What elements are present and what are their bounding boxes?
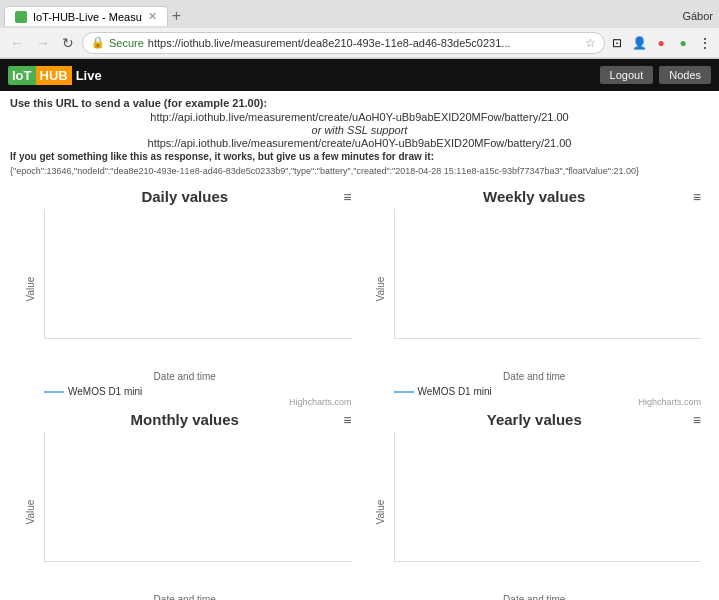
daily-chart-header: Daily values ≡ (14, 188, 356, 205)
yearly-chart-container: Yearly values ≡ Value Date and time WeMO… (360, 407, 710, 600)
url2-display: https://api.iothub.live/measurement/crea… (10, 137, 709, 149)
tab-favicon (15, 11, 27, 23)
daily-legend-label: WeMOS D1 mini (68, 386, 142, 397)
active-tab[interactable]: IoT-HUB-Live - Measu ✕ (4, 6, 168, 26)
weekly-chart-menu-icon[interactable]: ≡ (693, 189, 701, 205)
lock-icon: 🔒 (91, 36, 105, 49)
ssl-note: or with SSL support (10, 124, 709, 136)
tab-close-button[interactable]: ✕ (148, 10, 157, 23)
browser-chrome: IoT-HUB-Live - Measu ✕ + Gábor ← → ↻ 🔒 S… (0, 0, 719, 59)
account-icon[interactable]: 👤 (631, 35, 647, 51)
logo-hub: HUB (36, 66, 72, 85)
secure-label: Secure (109, 37, 144, 49)
daily-y-label: Value (25, 277, 36, 302)
yearly-x-label: Date and time (364, 594, 706, 600)
logout-button[interactable]: Logout (600, 66, 654, 84)
daily-legend-line (44, 391, 64, 393)
monthly-chart-title: Monthly values (131, 411, 239, 428)
weekly-x-label: Date and time (364, 371, 706, 382)
yearly-chart-inner (394, 432, 702, 562)
monthly-x-label: Date and time (14, 594, 356, 600)
cast-icon[interactable]: ⊡ (609, 35, 625, 51)
instruction-bold: Use this URL to send a value (for exampl… (10, 97, 267, 109)
daily-chart-area: Value (14, 209, 356, 369)
daily-chart-menu-icon[interactable]: ≡ (343, 189, 351, 205)
header-buttons: Logout Nodes (600, 66, 711, 84)
weekly-chart-inner (394, 209, 702, 339)
weekly-legend-label: WeMOS D1 mini (418, 386, 492, 397)
json-response: {"epoch":13646,"nodeId":"dea8e210-493e-1… (10, 166, 709, 176)
weekly-chart-title: Weekly values (483, 188, 585, 205)
yearly-chart-area: Value (364, 432, 706, 592)
refresh-button[interactable]: ↻ (58, 33, 78, 53)
monthly-chart-area: Value (14, 432, 356, 592)
daily-chart-title: Daily values (141, 188, 228, 205)
instruction-label: Use this URL to send a value (for exampl… (10, 97, 709, 109)
nodes-button[interactable]: Nodes (659, 66, 711, 84)
forward-button[interactable]: → (32, 33, 54, 53)
menu-icon[interactable]: ⋮ (697, 35, 713, 51)
logo-area: IoT HUB Live (8, 66, 106, 85)
extension-icon-2[interactable]: ● (675, 35, 691, 51)
window-controls: Gábor (682, 10, 719, 22)
logo-iot: IoT (8, 66, 36, 85)
address-bar[interactable]: 🔒 Secure https://iothub.live/measurement… (82, 32, 605, 54)
charts-grid: Daily values ≡ Value Date and time WeMOS… (10, 184, 709, 600)
yearly-chart-title: Yearly values (487, 411, 582, 428)
nav-right-icons: ⊡ 👤 ● ● ⋮ (609, 35, 713, 51)
weekly-legend: WeMOS D1 mini (394, 386, 706, 397)
back-button[interactable]: ← (6, 33, 28, 53)
logo-live: Live (72, 66, 106, 85)
bookmark-icon[interactable]: ☆ (585, 36, 596, 50)
yearly-chart-menu-icon[interactable]: ≡ (693, 412, 701, 428)
weekly-legend-line (394, 391, 414, 393)
daily-chart-container: Daily values ≡ Value Date and time WeMOS… (10, 184, 360, 407)
weekly-chart-area: Value (364, 209, 706, 369)
monthly-chart-container: Monthly values ≡ Value Date and time WeM… (10, 407, 360, 600)
window-user-label: Gábor (682, 10, 713, 22)
main-content: Use this URL to send a value (for exampl… (0, 91, 719, 600)
tab-bar: IoT-HUB-Live - Measu ✕ + Gábor (0, 0, 719, 28)
daily-highcharts-credit: Highcharts.com (14, 397, 352, 407)
url-display: https://iothub.live/measurement/dea8e210… (148, 37, 581, 49)
weekly-highcharts-credit: Highcharts.com (364, 397, 702, 407)
tab-label: IoT-HUB-Live - Measu (33, 11, 142, 23)
weekly-y-label: Value (374, 277, 385, 302)
url1-display: http://api.iothub.live/measurement/creat… (10, 111, 709, 123)
extension-icon-1[interactable]: ● (653, 35, 669, 51)
monthly-chart-header: Monthly values ≡ (14, 411, 356, 428)
yearly-chart-header: Yearly values ≡ (364, 411, 706, 428)
monthly-chart-inner (44, 432, 352, 562)
weekly-chart-header: Weekly values ≡ (364, 188, 706, 205)
app-header: IoT HUB Live Logout Nodes (0, 59, 719, 91)
monthly-y-label: Value (25, 500, 36, 525)
yearly-y-label: Value (374, 500, 385, 525)
new-tab-button[interactable]: + (172, 8, 181, 24)
daily-legend: WeMOS D1 mini (44, 386, 356, 397)
weekly-chart-container: Weekly values ≡ Value Date and time WeMO… (360, 184, 710, 407)
daily-chart-inner (44, 209, 352, 339)
nav-bar: ← → ↻ 🔒 Secure https://iothub.live/measu… (0, 28, 719, 58)
response-note: If you get something like this as respon… (10, 151, 709, 162)
daily-x-label: Date and time (14, 371, 356, 382)
monthly-chart-menu-icon[interactable]: ≡ (343, 412, 351, 428)
